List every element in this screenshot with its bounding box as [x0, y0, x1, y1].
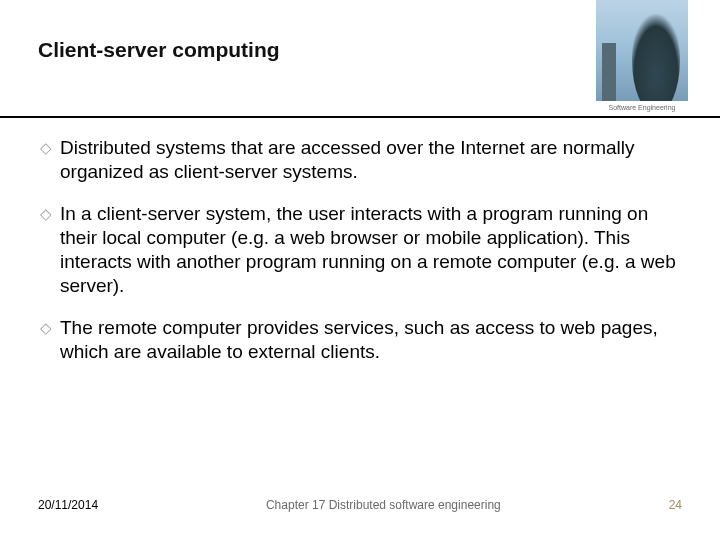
footer-date: 20/11/2014 [38, 498, 98, 512]
slide: Client-server computing Software Enginee… [0, 0, 720, 540]
page-title: Client-server computing [38, 38, 682, 62]
footer: 20/11/2014 Chapter 17 Distributed softwa… [38, 498, 682, 512]
bullet-text: In a client-server system, the user inte… [60, 202, 680, 298]
gherkin-shape [632, 6, 680, 106]
diamond-bullet-icon: ◇ [40, 202, 60, 226]
building-shape [602, 43, 616, 103]
body-text: ◇ Distributed systems that are accessed … [40, 136, 680, 382]
book-cover-thumbnail: Software Engineering [596, 0, 688, 115]
horizontal-rule [0, 116, 720, 118]
list-item: ◇ Distributed systems that are accessed … [40, 136, 680, 184]
diamond-bullet-icon: ◇ [40, 136, 60, 160]
footer-page-number: 24 [669, 498, 682, 512]
diamond-bullet-icon: ◇ [40, 316, 60, 340]
bullet-text: The remote computer provides services, s… [60, 316, 680, 364]
title-area: Client-server computing [38, 38, 682, 62]
list-item: ◇ In a client-server system, the user in… [40, 202, 680, 298]
footer-chapter: Chapter 17 Distributed software engineer… [98, 498, 669, 512]
bullet-text: Distributed systems that are accessed ov… [60, 136, 680, 184]
thumbnail-label: Software Engineering [596, 101, 688, 115]
list-item: ◇ The remote computer provides services,… [40, 316, 680, 364]
